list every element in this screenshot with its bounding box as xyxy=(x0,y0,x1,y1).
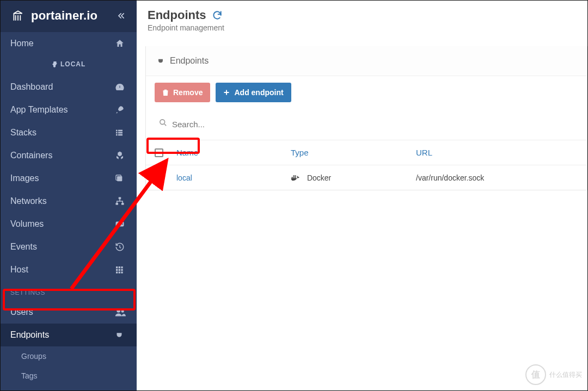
sidebar-item-label: Host xyxy=(10,265,28,275)
plug-icon xyxy=(115,330,127,340)
select-all-checkbox[interactable] xyxy=(155,148,163,157)
svg-rect-5 xyxy=(118,134,122,136)
svg-rect-4 xyxy=(116,134,118,136)
svg-rect-1 xyxy=(118,130,122,132)
endpoint-type: Docker xyxy=(307,173,331,182)
plus-icon xyxy=(223,89,230,96)
sidebar-item-events[interactable]: Events xyxy=(1,235,137,258)
sidebar-section-settings: SETTINGS xyxy=(1,281,137,301)
svg-rect-10 xyxy=(121,203,124,205)
sidebar-item-images[interactable]: Images xyxy=(1,167,137,190)
th-icon xyxy=(115,265,127,274)
svg-rect-18 xyxy=(121,269,122,271)
sidebar-item-stacks[interactable]: Stacks xyxy=(1,121,137,144)
sidebar-item-dashboard[interactable]: Dashboard xyxy=(1,76,137,98)
sidebar-item-users[interactable]: Users xyxy=(1,301,137,324)
panel-header: Endpoints xyxy=(146,46,587,76)
svg-rect-15 xyxy=(121,266,122,268)
brand-text: portainer.io xyxy=(31,9,97,23)
sidebar-item-endpoints[interactable]: Endpoints xyxy=(1,324,137,346)
list-icon xyxy=(115,128,127,137)
svg-rect-31 xyxy=(295,177,296,178)
sidebar-item-label: Users xyxy=(10,307,33,317)
sidebar-item-registries[interactable]: Registries xyxy=(1,386,137,391)
watermark-text: 什么值得买 xyxy=(549,370,582,380)
sitemap-icon xyxy=(115,196,127,206)
panel-title: Endpoints xyxy=(170,56,209,66)
docker-icon xyxy=(291,174,301,182)
refresh-icon[interactable] xyxy=(212,10,223,21)
search-icon xyxy=(159,119,167,127)
watermark: 值 什么值得买 xyxy=(525,364,582,385)
sidebar-item-label: Dashboard xyxy=(10,82,53,92)
sidebar-item-app-templates[interactable]: App Templates xyxy=(1,98,137,121)
sidebar-item-label: Endpoints xyxy=(10,330,49,340)
table-header-row: Name Type URL xyxy=(146,140,587,165)
svg-point-28 xyxy=(160,120,165,125)
svg-rect-20 xyxy=(119,271,120,273)
sidebar-item-volumes[interactable]: Volumes xyxy=(1,213,137,235)
rocket-icon xyxy=(115,105,127,115)
endpoints-table: Name Type URL local Docker /var/run/dock… xyxy=(146,140,587,190)
svg-rect-16 xyxy=(116,269,118,271)
sidebar-item-label: App Templates xyxy=(10,105,68,115)
page-title: Endpoints xyxy=(148,8,206,22)
sidebar-subitem-tags[interactable]: Tags xyxy=(1,366,137,386)
svg-rect-0 xyxy=(116,130,118,132)
brand-row: portainer.io xyxy=(1,1,137,32)
sidebar-subitem-groups[interactable]: Groups xyxy=(1,346,137,366)
sidebar-toggle-icon[interactable] xyxy=(116,10,127,21)
sidebar-item-home[interactable]: Home xyxy=(1,32,137,55)
sidebar-item-label: Networks xyxy=(10,196,47,206)
search-row xyxy=(146,109,587,140)
svg-rect-13 xyxy=(116,266,118,268)
svg-point-12 xyxy=(121,224,122,225)
svg-rect-2 xyxy=(116,132,118,134)
add-endpoint-button[interactable]: Add endpoint xyxy=(216,83,291,102)
svg-rect-14 xyxy=(119,266,120,268)
svg-rect-3 xyxy=(118,132,122,134)
page-subtitle: Endpoint management xyxy=(148,23,577,32)
users-icon xyxy=(115,308,127,316)
column-header-url[interactable]: URL xyxy=(416,148,578,157)
page-header: Endpoints Endpoint management xyxy=(137,1,587,36)
add-endpoint-label: Add endpoint xyxy=(234,88,283,97)
svg-rect-21 xyxy=(121,271,122,273)
remove-button-label: Remove xyxy=(173,88,203,97)
svg-rect-17 xyxy=(119,269,120,271)
table-row: local Docker /var/run/docker.sock xyxy=(146,165,587,190)
column-header-type[interactable]: Type xyxy=(291,148,416,157)
history-icon xyxy=(115,242,127,252)
trash-icon xyxy=(162,89,169,96)
home-icon xyxy=(115,39,127,48)
cubes-icon xyxy=(115,151,127,160)
sidebar-item-label: Events xyxy=(10,242,37,252)
row-checkbox[interactable] xyxy=(155,173,163,182)
sidebar: portainer.io Home LOCAL Dashboard App Te… xyxy=(1,1,137,390)
svg-rect-9 xyxy=(116,203,119,205)
main-content: Endpoints Endpoint management Endpoints xyxy=(137,1,587,390)
svg-point-22 xyxy=(117,309,120,313)
svg-rect-33 xyxy=(295,175,296,176)
column-header-name[interactable]: Name xyxy=(176,148,291,157)
search-input[interactable] xyxy=(155,114,578,134)
watermark-badge: 值 xyxy=(525,364,546,385)
sidebar-item-label: Stacks xyxy=(10,128,36,138)
svg-rect-30 xyxy=(293,177,295,178)
svg-rect-32 xyxy=(293,175,295,176)
svg-rect-8 xyxy=(119,197,121,200)
sidebar-item-label: Volumes xyxy=(10,219,44,229)
sidebar-item-host[interactable]: Host xyxy=(1,258,137,281)
sidebar-item-label: Containers xyxy=(10,151,52,160)
svg-rect-19 xyxy=(116,271,118,273)
hdd-icon xyxy=(115,220,127,228)
plug-icon xyxy=(157,57,164,65)
endpoint-name-link[interactable]: local xyxy=(176,173,192,182)
endpoints-panel: Endpoints Remove Add endpoint xyxy=(145,46,587,190)
sidebar-item-label: Images xyxy=(10,173,39,183)
panel-toolbar: Remove Add endpoint xyxy=(146,76,587,109)
remove-button[interactable]: Remove xyxy=(155,83,210,102)
sidebar-item-containers[interactable]: Containers xyxy=(1,144,137,167)
sidebar-item-networks[interactable]: Networks xyxy=(1,190,137,213)
sidebar-environment-label: LOCAL xyxy=(1,55,137,76)
